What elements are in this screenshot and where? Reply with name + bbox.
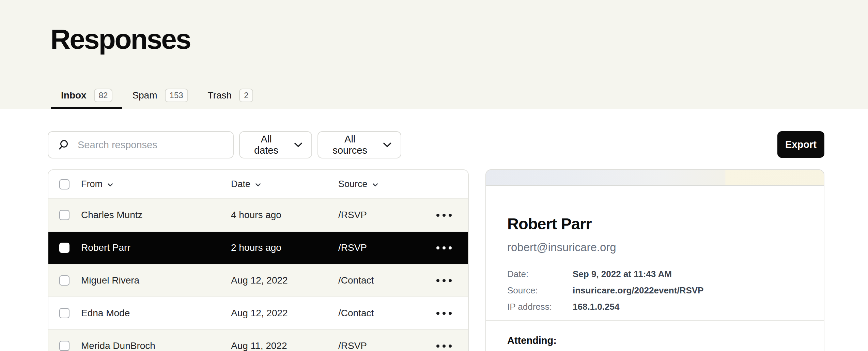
- tab-spam[interactable]: Spam 153: [122, 84, 198, 109]
- column-header-from[interactable]: From: [81, 179, 231, 189]
- row-checkbox[interactable]: [59, 341, 69, 351]
- attending-heading: Attending:: [507, 335, 803, 346]
- row-actions-button[interactable]: [436, 310, 452, 317]
- tab-bar: Inbox 82 Spam 153 Trash 2: [51, 84, 263, 109]
- row-source: /RSVP: [338, 242, 436, 253]
- row-source: /RSVP: [338, 340, 436, 351]
- row-actions-button[interactable]: [436, 277, 452, 284]
- row-checkbox[interactable]: [59, 243, 69, 253]
- responses-table: From Date Source Charles Muntz 4 hours a…: [48, 169, 469, 351]
- page-header: Responses Inbox 82 Spam 153 Trash 2: [0, 0, 868, 109]
- row-checkbox[interactable]: [59, 275, 69, 286]
- table-row[interactable]: Robert Parr 2 hours ago /RSVP: [48, 231, 468, 264]
- row-source: /Contact: [338, 308, 436, 319]
- chevron-down-icon: [294, 142, 303, 148]
- detail-email: robert@insuricare.org: [507, 241, 803, 254]
- column-header-source[interactable]: Source: [338, 179, 452, 189]
- row-from: Edna Mode: [81, 308, 231, 319]
- detail-name: Robert Parr: [507, 214, 803, 233]
- row-checkbox[interactable]: [59, 308, 69, 318]
- row-source: /Contact: [338, 275, 436, 286]
- row-actions-button[interactable]: [436, 212, 452, 219]
- tab-count-badge: 2: [239, 89, 253, 102]
- detail-panel-body: Robert Parr robert@insuricare.org Date: …: [486, 186, 824, 346]
- row-actions-button[interactable]: [436, 244, 452, 251]
- row-date: 2 hours ago: [231, 242, 338, 253]
- table-body: Charles Muntz 4 hours ago /RSVP Robert P…: [48, 198, 468, 351]
- detail-meta-row: Source: insuricare.org/2022event/RSVP: [507, 286, 803, 295]
- select-all-checkbox[interactable]: [59, 179, 69, 189]
- row-date: Aug 12, 2022: [231, 275, 338, 286]
- row-from: Charles Muntz: [81, 210, 231, 220]
- sources-filter-dropdown[interactable]: All sources: [317, 131, 401, 158]
- column-header-date[interactable]: Date: [231, 179, 338, 189]
- row-from: Miguel Rivera: [81, 275, 231, 286]
- row-from: Robert Parr: [81, 242, 231, 253]
- table-row[interactable]: Edna Mode Aug 12, 2022 /Contact: [48, 296, 468, 329]
- panel-divider: [486, 320, 824, 321]
- table-row[interactable]: Miguel Rivera Aug 12, 2022 /Contact: [48, 264, 468, 296]
- page-title: Responses: [50, 25, 190, 53]
- detail-meta-label: Source:: [507, 286, 573, 295]
- export-button[interactable]: Export: [777, 131, 824, 158]
- tab-label: Inbox: [61, 90, 87, 101]
- row-source: /RSVP: [338, 210, 436, 220]
- search-box[interactable]: [48, 131, 234, 158]
- table-header: From Date Source: [48, 170, 468, 198]
- tab-label: Trash: [208, 90, 232, 101]
- row-date: Aug 11, 2022: [231, 340, 338, 351]
- detail-meta-row: Date: Sep 9, 2022 at 11:43 AM: [507, 270, 803, 278]
- detail-meta-value: 168.1.0.254: [573, 302, 619, 311]
- detail-meta-label: Date:: [507, 270, 573, 278]
- row-date: Aug 12, 2022: [231, 308, 338, 319]
- search-input[interactable]: [78, 139, 225, 151]
- search-icon: [58, 139, 69, 150]
- row-checkbox[interactable]: [59, 210, 69, 220]
- toolbar: All dates All sources Export: [48, 131, 824, 158]
- detail-meta-row: IP address: 168.1.0.254: [507, 302, 803, 311]
- dates-filter-dropdown[interactable]: All dates: [239, 131, 312, 158]
- tab-count-badge: 153: [165, 89, 188, 102]
- detail-meta-label: IP address:: [507, 302, 573, 311]
- detail-meta-list: Date: Sep 9, 2022 at 11:43 AM Source: in…: [507, 270, 803, 311]
- tab-trash[interactable]: Trash 2: [198, 84, 263, 109]
- tab-inbox[interactable]: Inbox 82: [51, 84, 122, 109]
- row-actions-button[interactable]: [436, 342, 452, 350]
- row-date: 4 hours ago: [231, 210, 338, 220]
- chevron-down-icon: [372, 183, 378, 187]
- detail-meta-value: Sep 9, 2022 at 11:43 AM: [573, 270, 672, 278]
- row-from: Merida DunBroch: [81, 340, 231, 351]
- chevron-down-icon: [383, 142, 392, 148]
- dates-filter-label: All dates: [249, 134, 284, 156]
- tab-count-badge: 82: [94, 89, 113, 102]
- tab-label: Spam: [132, 90, 157, 101]
- table-row[interactable]: Merida DunBroch Aug 11, 2022 /RSVP: [48, 329, 468, 351]
- detail-meta-value: insuricare.org/2022event/RSVP: [573, 286, 703, 295]
- sources-filter-label: All sources: [327, 134, 373, 156]
- panel-gradient-band: [486, 170, 824, 186]
- detail-panel: Robert Parr robert@insuricare.org Date: …: [485, 169, 824, 351]
- chevron-down-icon: [107, 183, 113, 187]
- chevron-down-icon: [255, 183, 261, 187]
- table-row[interactable]: Charles Muntz 4 hours ago /RSVP: [48, 198, 468, 231]
